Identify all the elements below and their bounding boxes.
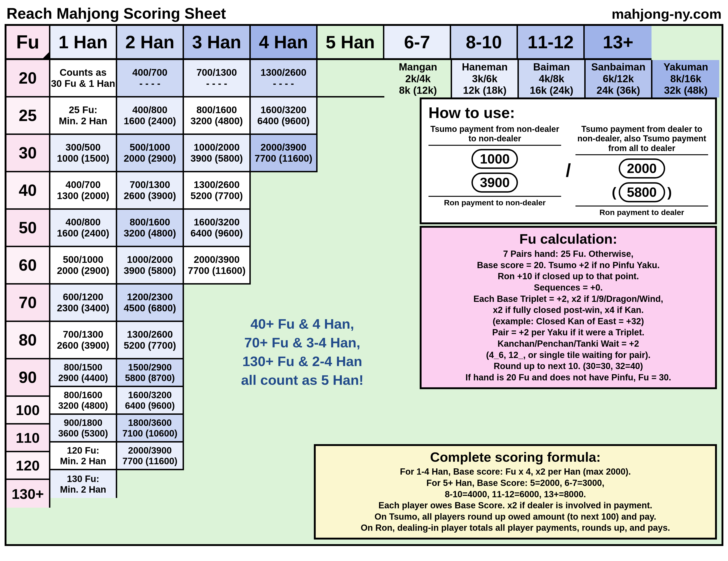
row-100: 800/16003200 (4800) 1600/32006400 (9600) <box>50 387 384 415</box>
howto-right-col: Tsumo payment from dealer to non-dealer,… <box>575 124 708 217</box>
howto-val-2000: 2000 <box>619 159 665 179</box>
howto-right-bot: Ron payment to dealer <box>575 206 708 217</box>
sheet-body: Fu 1 Han 2 Han 3 Han 4 Han 5 Han 6-7 8-1… <box>5 24 723 546</box>
row-40: 400/7001300 (2000) 700/13002600 (3900) 1… <box>50 172 384 210</box>
limit-ron: 32k (48k) <box>664 85 707 96</box>
howto-val-3900: 3900 <box>471 173 518 193</box>
header-6-7han: 6-7 <box>384 26 451 60</box>
cell-110-1: 900/18003600 (5300) <box>50 415 117 442</box>
header-fu: Fu <box>6 26 50 60</box>
note-line: 130+ Fu & 2-4 Han <box>221 352 383 371</box>
cell-30-4: 2000/39007700 (11600) <box>251 135 318 172</box>
fucalc-line: Pair = +2 per Yaku if it were a Triplet. <box>428 327 709 338</box>
cell-60-2: 1000/20003900 (5800) <box>117 247 184 284</box>
cell-90-2: 1500/29005800 (8700) <box>117 359 184 387</box>
cell-20-2: 400/700- - - - <box>117 60 184 98</box>
limit-name: Haneman <box>462 61 508 73</box>
cell-30-2: 500/10002000 (2900) <box>117 135 184 172</box>
cell-80-2: 1300/26005200 (7700) <box>117 322 184 359</box>
fu-40: 40 <box>6 172 50 210</box>
header-8-10han: 8-10 <box>451 26 518 60</box>
scoring-sheet: Reach Mahjong Scoring Sheet mahjong-ny.c… <box>5 5 723 546</box>
cell-50-1: 400/8001600 (2400) <box>50 210 117 247</box>
cell-40-2: 700/13002600 (3900) <box>117 172 184 210</box>
limit-tsumo: 2k/4k <box>405 73 431 85</box>
score-grid: Counts as30 Fu & 1 Han 400/700- - - - 70… <box>50 60 384 498</box>
cell-40-1: 400/7001300 (2000) <box>50 172 117 210</box>
cell-30-1: 300/5001000 (1500) <box>50 135 117 172</box>
limit-name: Yakuman <box>664 61 708 73</box>
howto-left-col: Tsumo payment from non-dealer to non-dea… <box>428 124 561 217</box>
limit-name: Baiman <box>533 61 570 73</box>
limit-ron: 8k (12k) <box>399 85 437 96</box>
howto-val-1000: 1000 <box>471 149 518 169</box>
fucalc-line: (example: Closed Kan of East = +32) <box>428 316 709 327</box>
cell-120-2: 2000/39007700 (11600) <box>117 442 184 470</box>
formula-line: For 5+ Han, Base Score: 5=2000, 6-7=3000… <box>322 477 709 489</box>
limit-ron: 12k (18k) <box>463 85 506 96</box>
cell-100-2: 1600/32006400 (9600) <box>117 387 184 415</box>
formula-title: Complete scoring formula: <box>322 449 709 465</box>
fu-90: 90 <box>6 359 50 397</box>
how-to-use-box: How to use: Tsumo payment from non-deale… <box>420 98 717 224</box>
formula-line: On Ron, dealing-in player totals all pla… <box>322 522 709 533</box>
howto-slash: / <box>566 124 571 217</box>
fucalc-line: Round up to next 10. (30=30, 32=40) <box>428 360 709 372</box>
limit-mangan: Mangan 2k/4k 8k (12k) <box>385 60 452 98</box>
limit-baiman: Baiman 4k/8k 16k (24k) <box>519 60 586 98</box>
cell-20-4: 1300/2600- - - - <box>251 60 318 98</box>
howto-rparen: ) <box>667 185 672 200</box>
howto-left-top: Tsumo payment from non-dealer to non-dea… <box>428 124 561 146</box>
formula-line: For 1-4 Han, Base score: Fu x 4, x2 per … <box>322 466 709 477</box>
cell-60-1: 500/10002000 (2900) <box>50 247 117 284</box>
cell-50-3: 1600/32006400 (9600) <box>184 210 251 247</box>
page-title: Reach Mahjong Scoring Sheet <box>6 5 226 22</box>
fu-60: 60 <box>6 247 50 284</box>
limit-name: Mangan <box>399 61 437 73</box>
fucalc-line: 7 Pairs hand: 25 Fu. Otherwise, <box>428 248 709 260</box>
cell-25-1: 25 Fu:Min. 2 Han <box>50 98 117 135</box>
limit-haneman: Haneman 3k/6k 12k (18k) <box>452 60 519 98</box>
fu-label-column: 20 25 30 40 50 60 70 80 90 100 110 120 1… <box>6 60 50 508</box>
fucalc-line: Each Base Triplet = +2, x2 if 1/9/Dragon… <box>428 293 709 304</box>
cell-40-3: 1300/26005200 (7700) <box>184 172 251 210</box>
howto-right-top: Tsumo payment from dealer to non-dealer,… <box>575 124 708 155</box>
cell-70-2: 1200/23004500 (6800) <box>117 284 184 322</box>
cell-25-3: 800/16003200 (4800) <box>184 98 251 135</box>
fu-calculation-box: Fu calculation: 7 Pairs hand: 25 Fu. Oth… <box>420 226 717 389</box>
fu-50: 50 <box>6 210 50 247</box>
limit-name: Sanbaiman <box>591 61 645 73</box>
header-2han: 2 Han <box>117 26 184 60</box>
fu-130: 130+ <box>6 480 50 508</box>
fu-20: 20 <box>6 60 50 98</box>
cell-25-4: 1600/32006400 (9600) <box>251 98 318 135</box>
header-4han: 4 Han <box>251 26 318 60</box>
cell-90-1: 800/15002900 (4400) <box>50 359 117 387</box>
five-han-note: 40+ Fu & 4 Han, 70+ Fu & 3-4 Han, 130+ F… <box>221 314 383 389</box>
fucalc-line: x2 if fully closed post-win, x4 if Kan. <box>428 304 709 316</box>
limit-tsumo: 3k/6k <box>472 73 497 85</box>
fu-120: 120 <box>6 452 50 480</box>
fucalc-title: Fu calculation: <box>428 231 709 247</box>
cell-70-1: 600/12002300 (3400) <box>50 284 117 322</box>
fu-25: 25 <box>6 98 50 135</box>
cell-30-3: 1000/20003900 (5800) <box>184 135 251 172</box>
scoring-formula-box: Complete scoring formula: For 1-4 Han, B… <box>314 444 717 540</box>
row-20: Counts as30 Fu & 1 Han 400/700- - - - 70… <box>50 60 384 98</box>
formula-line: Each player owes Base Score. x2 if deale… <box>322 500 709 511</box>
cell-20-1: Counts as30 Fu & 1 Han <box>50 60 117 98</box>
row-110: 900/18003600 (5300) 1800/36007100 (10600… <box>50 415 384 442</box>
header-11-12han: 11-12 <box>518 26 585 60</box>
cell-60-3: 2000/39007700 (11600) <box>184 247 251 284</box>
limit-tsumo: 8k/16k <box>670 73 701 85</box>
fucalc-line: Kanchan/Penchan/Tanki Wait = +2 <box>428 338 709 349</box>
cell-25-2: 400/8001600 (2400) <box>117 98 184 135</box>
howto-title: How to use: <box>428 104 708 122</box>
howto-val-5800: 5800 <box>619 182 665 202</box>
fucalc-line: (4_6, 12_, or single tile waiting for pa… <box>428 349 709 361</box>
row-60: 500/10002000 (2900) 1000/20003900 (5800)… <box>50 247 384 284</box>
formula-line: 8-10=4000, 11-12=6000, 13+=8000. <box>322 489 709 500</box>
limit-tsumo: 6k/12k <box>603 73 634 85</box>
cell-50-2: 800/16003200 (4800) <box>117 210 184 247</box>
fu-30: 30 <box>6 135 50 172</box>
